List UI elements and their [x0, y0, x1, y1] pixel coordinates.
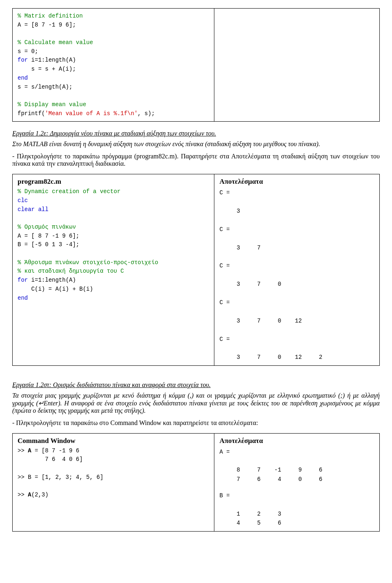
- kw-clearall: clear all: [18, 206, 49, 213]
- code-B-def: B = [-5 0 1 3 -4];: [18, 241, 79, 248]
- kw-clc: clc: [18, 197, 28, 204]
- kw-for2: for: [18, 277, 28, 283]
- section2-para1: Τα στοιχεία μιας γραμμής χωρίζονται με κ…: [12, 392, 380, 414]
- code-line-mean: s = s/length(A);: [18, 84, 72, 90]
- section1-block: Εργασία 1.2ε: Δημιουργία νέου πίνακα με …: [12, 130, 380, 167]
- program82c-code: % Dynamic creation of a vector clc clear…: [18, 187, 209, 303]
- code-for2-range: i=1:length(A): [28, 277, 76, 283]
- program82c-label: program82c.m: [18, 178, 209, 186]
- code-line-s0: s = 0;: [18, 48, 38, 55]
- command-window-table: Command Window >> A = [8 7 -1 9 6 7 6 4 …: [12, 433, 380, 532]
- code-keyword-for: for: [18, 57, 28, 63]
- program82c-table: program82c.m % Dynamic creation of a vec…: [12, 174, 380, 365]
- section1-title: Εργασία 1.2ε: Δημιουργία νέου πίνακα με …: [12, 130, 380, 137]
- kw-end2: end: [18, 295, 28, 301]
- comment-dynamic: % Dynamic creation of a vector: [18, 188, 120, 195]
- top-code-table: % Matrix definition A = [8 7 -1 9 6]; % …: [12, 8, 380, 122]
- comment-athro1: % Άθροισμα πινάκων στοιχείο-προς-στοιχεί…: [18, 259, 158, 266]
- section2-title: Εργασία 1.2στ: Ορισμός δισδιάστατου πίνα…: [12, 381, 380, 389]
- code-line-sum: s = s + A(i);: [18, 66, 76, 72]
- code-C-assign: C(i) = A(i) + B(i): [18, 286, 93, 292]
- section1-para1: Στο MATLAB είναι δυνατή η δυναμική αύξησ…: [12, 140, 380, 148]
- program82c-left: program82c.m % Dynamic creation of a vec…: [13, 174, 214, 365]
- code-keyword-end1: end: [18, 75, 28, 81]
- command-window-label: Command Window: [18, 437, 209, 445]
- cmd-B: >> B = [1, 2, 3; 4, 5, 6]: [18, 474, 103, 481]
- code-line-A: A = [8 7 -1 9 6];: [18, 22, 76, 28]
- comment-athro2: % και σταδιακή δημιουργία του C: [18, 268, 124, 274]
- top-code-section: % Matrix definition A = [8 7 -1 9 6]; % …: [12, 8, 380, 122]
- comment-oros: % Ορισμός πινάκων: [18, 224, 76, 230]
- command-window-code: >> A = [8 7 -1 9 6 7 6 4 0 6] >> B = [1,…: [18, 447, 209, 500]
- command-window-left: Command Window >> A = [8 7 -1 9 6 7 6 4 …: [13, 433, 214, 531]
- cmd-A-line2: 7 6 4 0 6]: [18, 456, 83, 463]
- command-window-right: Αποτελέσματα A = 8 7 -1 9 6 7 6 4 0 6 B …: [214, 433, 380, 531]
- comment-calc-mean: % Calculate mean value: [18, 39, 93, 46]
- results1-content: C = 3 C = 3 7 C = 3 7 0 C = 3 7 0 12 C =…: [219, 188, 374, 362]
- code-for-range: i=1:length(A): [28, 57, 76, 63]
- top-code-cell: % Matrix definition A = [8 7 -1 9 6]; % …: [13, 9, 214, 122]
- code-fprintf: fprintf('Mean value of A is %.1f\n', s);: [18, 110, 155, 117]
- results1-header: Αποτελέσματα: [219, 178, 374, 186]
- cmd-A23: >> A(2,3): [18, 492, 49, 498]
- top-results-cell: [214, 9, 380, 122]
- section1-para2: - Πληκτρολογήστε το παρακάτω πρόγραμμα (…: [12, 153, 380, 167]
- program82c-right: Αποτελέσματα C = 3 C = 3 7 C = 3 7 0 C =…: [214, 174, 380, 365]
- cmd-A-line1: >> A = [8 7 -1 9 6: [18, 447, 79, 454]
- section2-para2: - Πληκτρολογήστε τα παρακάτω στο Command…: [12, 419, 380, 427]
- top-code-pre: % Matrix definition A = [8 7 -1 9 6]; % …: [18, 12, 209, 118]
- results2-B: B = 1 2 3 4 5 6: [219, 491, 374, 528]
- results2-A: A = 8 7 -1 9 6 7 6 4 0 6: [219, 447, 374, 484]
- comment-display: % Display mean value: [18, 101, 86, 108]
- code-A-def: A = [ 8 7 -1 9 6];: [18, 233, 79, 239]
- section2-block: Εργασία 1.2στ: Ορισμός δισδιάστατου πίνα…: [12, 381, 380, 427]
- results2-header: Αποτελέσματα: [219, 437, 374, 445]
- comment-matrix-def: % Matrix definition: [18, 13, 83, 19]
